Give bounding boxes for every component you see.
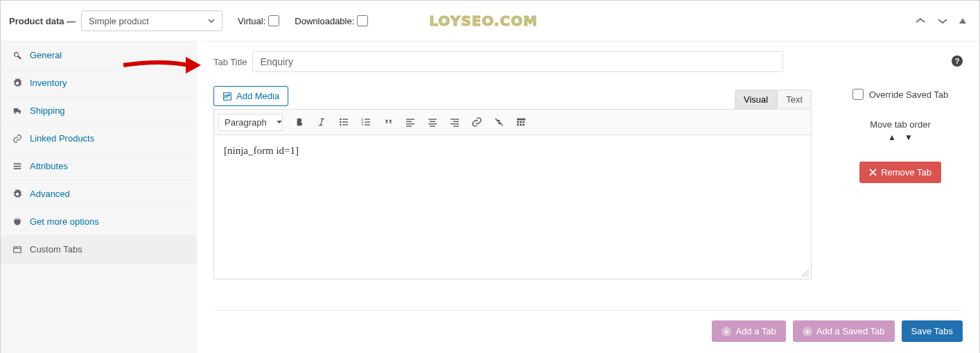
- chevron-down-icon[interactable]: [936, 17, 949, 25]
- sidebar-item-general[interactable]: General: [1, 42, 196, 69]
- svg-rect-24: [430, 126, 435, 126]
- move-down-button[interactable]: ▼: [904, 132, 913, 142]
- triangle-up-icon[interactable]: [959, 17, 967, 25]
- footer-buttons: + Add a Tab + Add a Saved Tab Save Tabs: [213, 320, 963, 342]
- svg-rect-21: [428, 119, 437, 119]
- add-tab-label: Add a Tab: [735, 326, 776, 336]
- svg-rect-35: [523, 124, 525, 126]
- product-type-select-wrap: Simple product: [81, 10, 222, 31]
- link-icon: [12, 134, 23, 144]
- remove-tab-label: Remove Tab: [881, 167, 931, 178]
- sidebar-item-label: Get more options: [30, 216, 185, 227]
- quote-button[interactable]: [378, 112, 398, 132]
- override-saved-tab[interactable]: Override Saved Tab: [852, 89, 949, 100]
- sidebar-item-label: Inventory: [30, 78, 185, 88]
- align-right-button[interactable]: [445, 112, 464, 132]
- svg-rect-23: [428, 123, 437, 124]
- plus-circle-icon: +: [803, 327, 812, 336]
- downloadable-option[interactable]: Downloadable:: [295, 15, 368, 26]
- virtual-checkbox[interactable]: [268, 15, 279, 26]
- svg-rect-25: [450, 119, 459, 119]
- svg-rect-0: [14, 163, 21, 164]
- chevron-up-icon[interactable]: [914, 17, 927, 25]
- override-label: Override Saved Tab: [869, 89, 949, 100]
- sidebar-item-advanced[interactable]: Advanced: [1, 180, 196, 208]
- ul-button[interactable]: [334, 112, 353, 132]
- product-type-select[interactable]: Simple product: [81, 10, 222, 31]
- sidebar-item-linked[interactable]: Linked Products: [1, 125, 196, 153]
- sidebar-item-label: Attributes: [30, 161, 185, 171]
- unlink-button[interactable]: [489, 112, 509, 132]
- downloadable-checkbox[interactable]: [357, 15, 368, 26]
- watermark-text: LOYSEO.COM: [429, 12, 538, 29]
- panel-header-toggles: [914, 17, 971, 25]
- align-left-button[interactable]: [401, 112, 420, 132]
- remove-tab-button[interactable]: Remove Tab: [859, 162, 941, 183]
- help-icon[interactable]: ?: [952, 55, 963, 67]
- svg-rect-31: [520, 121, 522, 123]
- save-tabs-button[interactable]: Save Tabs: [902, 320, 963, 342]
- svg-rect-18: [406, 121, 412, 122]
- add-media-button[interactable]: Add Media: [213, 86, 288, 106]
- svg-rect-33: [517, 124, 519, 126]
- sidebar-item-shipping[interactable]: Shipping: [1, 97, 196, 125]
- svg-rect-8: [342, 119, 348, 119]
- editor-tab-visual[interactable]: Visual: [735, 89, 777, 109]
- editor-content[interactable]: [ninja_form id=1]: [213, 135, 812, 279]
- toolbar-toggle-button[interactable]: [511, 112, 531, 132]
- tab-title-label: Tab Title: [213, 57, 247, 67]
- editor-tab-text[interactable]: Text: [777, 89, 812, 109]
- sidebar-item-inventory[interactable]: Inventory: [1, 69, 196, 97]
- media-icon: [222, 92, 232, 101]
- override-checkbox[interactable]: [852, 89, 864, 100]
- sidebar-item-attributes[interactable]: Attributes: [1, 153, 196, 180]
- svg-rect-22: [430, 121, 435, 122]
- tab-title-input[interactable]: [252, 51, 783, 72]
- editor-side-column: Override Saved Tab Move tab order ▲ ▼ Re…: [838, 86, 963, 183]
- svg-rect-1: [14, 165, 21, 166]
- gear-icon: [12, 189, 23, 199]
- gear-icon: [12, 78, 23, 88]
- close-icon: [869, 169, 877, 176]
- product-data-panel: Product data — Simple product Virtual: D…: [0, 0, 980, 353]
- editor-row: Add Media Visual Text Paragraph: [213, 86, 963, 279]
- svg-rect-27: [450, 123, 459, 124]
- sidebar-item-getmore[interactable]: Get more options: [1, 208, 196, 236]
- editor-column: Add Media Visual Text Paragraph: [213, 86, 812, 279]
- add-saved-tab-button[interactable]: + Add a Saved Tab: [793, 320, 895, 342]
- svg-rect-30: [517, 121, 519, 123]
- move-tab-label: Move tab order: [870, 119, 930, 130]
- sidebar-item-label: General: [30, 50, 185, 60]
- svg-point-7: [340, 124, 342, 126]
- product-data-sidebar: General Inventory Shipping Linked Produc…: [1, 42, 197, 353]
- italic-button[interactable]: [312, 112, 331, 132]
- sidebar-item-label: Custom Tabs: [30, 244, 185, 255]
- svg-rect-2: [14, 168, 21, 169]
- svg-point-6: [340, 121, 342, 123]
- format-select[interactable]: Paragraph: [218, 114, 283, 131]
- svg-rect-20: [406, 126, 412, 126]
- link-button[interactable]: [467, 112, 487, 132]
- virtual-option[interactable]: Virtual:: [238, 15, 279, 26]
- move-up-button[interactable]: ▲: [888, 132, 896, 142]
- ol-button[interactable]: 123: [356, 112, 376, 132]
- bold-button[interactable]: [290, 112, 309, 132]
- svg-rect-9: [342, 121, 348, 122]
- sidebar-item-label: Shipping: [30, 105, 185, 116]
- tabs-icon: [12, 245, 23, 255]
- add-tab-button[interactable]: + Add a Tab: [712, 320, 785, 342]
- truck-icon: [12, 106, 23, 116]
- align-center-button[interactable]: [423, 112, 442, 132]
- svg-rect-26: [453, 121, 459, 122]
- svg-rect-28: [453, 126, 459, 126]
- sidebar-item-label: Advanced: [30, 189, 185, 199]
- sidebar-item-label: Linked Products: [30, 133, 185, 144]
- sidebar-item-customtabs[interactable]: Custom Tabs: [1, 236, 196, 264]
- panel-body: General Inventory Shipping Linked Produc…: [1, 42, 979, 353]
- svg-rect-29: [517, 119, 525, 121]
- wrench-icon: [12, 51, 23, 60]
- custom-tab-editor: ? Tab Title Add Media Visual Text: [197, 42, 979, 353]
- resize-grip-icon[interactable]: [800, 268, 810, 277]
- panel-title: Product data —: [9, 16, 76, 26]
- svg-rect-3: [14, 246, 21, 252]
